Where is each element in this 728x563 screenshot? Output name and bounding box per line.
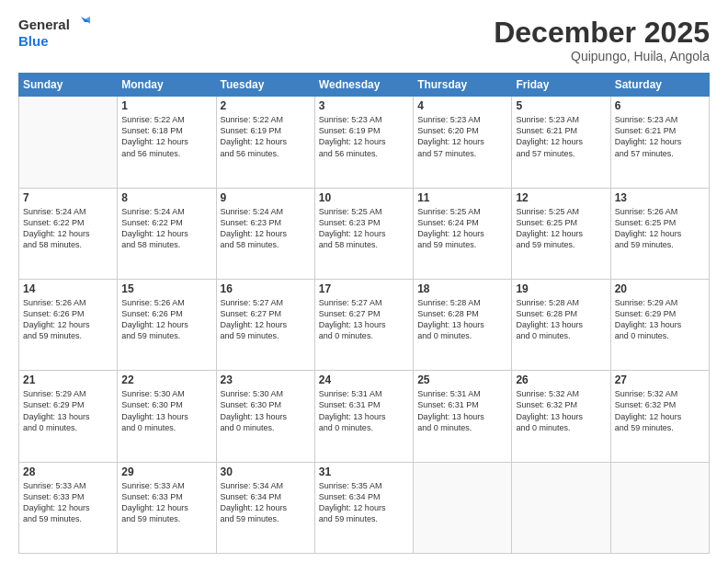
cell-info: Sunrise: 5:30 AMSunset: 6:30 PMDaylight:… — [121, 388, 211, 433]
day-number: 24 — [319, 373, 409, 386]
cell-info: Sunrise: 5:25 AMSunset: 6:23 PMDaylight:… — [319, 206, 409, 251]
cell-info: Sunrise: 5:27 AMSunset: 6:27 PMDaylight:… — [221, 297, 311, 342]
cell-info: Sunrise: 5:31 AMSunset: 6:31 PMDaylight:… — [319, 388, 409, 433]
cell-info: Sunrise: 5:28 AMSunset: 6:28 PMDaylight:… — [417, 297, 507, 342]
calendar-cell: 28 Sunrise: 5:33 AMSunset: 6:33 PMDaylig… — [19, 462, 118, 553]
calendar-cell: 13 Sunrise: 5:26 AMSunset: 6:25 PMDaylig… — [610, 188, 709, 279]
weekday-header-tuesday: Tuesday — [216, 74, 314, 97]
day-number: 4 — [417, 99, 507, 112]
day-number: 1 — [121, 99, 211, 112]
cell-info: Sunrise: 5:30 AMSunset: 6:30 PMDaylight:… — [221, 388, 311, 433]
calendar-cell: 27 Sunrise: 5:32 AMSunset: 6:32 PMDaylig… — [610, 371, 709, 462]
calendar-cell: 22 Sunrise: 5:30 AMSunset: 6:30 PMDaylig… — [118, 371, 216, 462]
day-number: 15 — [121, 282, 211, 295]
calendar-cell — [610, 462, 709, 553]
cell-info: Sunrise: 5:23 AMSunset: 6:19 PMDaylight:… — [319, 114, 409, 159]
cell-info: Sunrise: 5:27 AMSunset: 6:27 PMDaylight:… — [319, 297, 409, 342]
logo-text: General Blue — [18, 17, 90, 49]
cell-info: Sunrise: 5:33 AMSunset: 6:33 PMDaylight:… — [121, 480, 211, 525]
cell-info: Sunrise: 5:31 AMSunset: 6:31 PMDaylight:… — [417, 388, 507, 433]
day-number: 10 — [319, 191, 409, 204]
calendar-cell — [414, 462, 512, 553]
day-number: 11 — [417, 191, 507, 204]
calendar-cell: 6 Sunrise: 5:23 AMSunset: 6:21 PMDayligh… — [610, 97, 709, 188]
calendar-cell — [512, 462, 610, 553]
header: General Blue December 2025 Quipungo, Hui… — [18, 17, 710, 63]
day-number: 13 — [615, 191, 705, 204]
day-number: 6 — [615, 99, 705, 112]
cell-info: Sunrise: 5:28 AMSunset: 6:28 PMDaylight:… — [516, 297, 606, 342]
calendar-cell: 20 Sunrise: 5:29 AMSunset: 6:29 PMDaylig… — [610, 279, 709, 370]
day-number: 16 — [221, 282, 311, 295]
day-number: 26 — [516, 373, 606, 386]
week-row-4: 21 Sunrise: 5:29 AMSunset: 6:29 PMDaylig… — [19, 371, 710, 462]
week-row-2: 7 Sunrise: 5:24 AMSunset: 6:22 PMDayligh… — [19, 188, 710, 279]
day-number: 28 — [23, 465, 113, 478]
weekday-header-row: SundayMondayTuesdayWednesdayThursdayFrid… — [19, 74, 710, 97]
calendar-cell: 5 Sunrise: 5:23 AMSunset: 6:21 PMDayligh… — [512, 97, 610, 188]
day-number: 14 — [23, 282, 113, 295]
day-number: 29 — [121, 465, 211, 478]
calendar-cell — [19, 97, 118, 188]
weekday-header-monday: Monday — [118, 74, 216, 97]
cell-info: Sunrise: 5:24 AMSunset: 6:23 PMDaylight:… — [221, 206, 311, 251]
weekday-header-sunday: Sunday — [19, 74, 118, 97]
cell-info: Sunrise: 5:22 AMSunset: 6:19 PMDaylight:… — [221, 114, 311, 159]
week-row-3: 14 Sunrise: 5:26 AMSunset: 6:26 PMDaylig… — [19, 279, 710, 370]
logo-general: General — [18, 17, 70, 32]
cell-info: Sunrise: 5:24 AMSunset: 6:22 PMDaylight:… — [121, 206, 211, 251]
cell-info: Sunrise: 5:22 AMSunset: 6:18 PMDaylight:… — [121, 114, 211, 159]
cell-info: Sunrise: 5:24 AMSunset: 6:22 PMDaylight:… — [23, 206, 113, 251]
title-block: December 2025 Quipungo, Huila, Angola — [494, 17, 710, 63]
day-number: 25 — [417, 373, 507, 386]
day-number: 22 — [121, 373, 211, 386]
cell-info: Sunrise: 5:23 AMSunset: 6:21 PMDaylight:… — [615, 114, 705, 159]
calendar-cell: 16 Sunrise: 5:27 AMSunset: 6:27 PMDaylig… — [216, 279, 314, 370]
calendar-cell: 19 Sunrise: 5:28 AMSunset: 6:28 PMDaylig… — [512, 279, 610, 370]
calendar-cell: 25 Sunrise: 5:31 AMSunset: 6:31 PMDaylig… — [414, 371, 512, 462]
calendar-cell: 7 Sunrise: 5:24 AMSunset: 6:22 PMDayligh… — [19, 188, 118, 279]
calendar-cell: 12 Sunrise: 5:25 AMSunset: 6:25 PMDaylig… — [512, 188, 610, 279]
month-title: December 2025 — [494, 17, 710, 49]
calendar-cell: 14 Sunrise: 5:26 AMSunset: 6:26 PMDaylig… — [19, 279, 118, 370]
day-number: 31 — [319, 465, 409, 478]
day-number: 17 — [319, 282, 409, 295]
day-number: 7 — [23, 191, 113, 204]
calendar-cell: 23 Sunrise: 5:30 AMSunset: 6:30 PMDaylig… — [216, 371, 314, 462]
day-number: 19 — [516, 282, 606, 295]
calendar-cell: 17 Sunrise: 5:27 AMSunset: 6:27 PMDaylig… — [314, 279, 413, 370]
calendar-cell: 2 Sunrise: 5:22 AMSunset: 6:19 PMDayligh… — [216, 97, 314, 188]
cell-info: Sunrise: 5:26 AMSunset: 6:25 PMDaylight:… — [615, 206, 705, 251]
cell-info: Sunrise: 5:33 AMSunset: 6:33 PMDaylight:… — [23, 480, 113, 525]
day-number: 21 — [23, 373, 113, 386]
weekday-header-wednesday: Wednesday — [314, 74, 413, 97]
calendar-cell: 4 Sunrise: 5:23 AMSunset: 6:20 PMDayligh… — [414, 97, 512, 188]
calendar-cell: 3 Sunrise: 5:23 AMSunset: 6:19 PMDayligh… — [314, 97, 413, 188]
day-number: 9 — [221, 191, 311, 204]
day-number: 2 — [221, 99, 311, 112]
cell-info: Sunrise: 5:32 AMSunset: 6:32 PMDaylight:… — [516, 388, 606, 433]
cell-info: Sunrise: 5:23 AMSunset: 6:21 PMDaylight:… — [516, 114, 606, 159]
cell-info: Sunrise: 5:26 AMSunset: 6:26 PMDaylight:… — [121, 297, 211, 342]
day-number: 18 — [417, 282, 507, 295]
cell-info: Sunrise: 5:26 AMSunset: 6:26 PMDaylight:… — [23, 297, 113, 342]
cell-info: Sunrise: 5:25 AMSunset: 6:24 PMDaylight:… — [417, 206, 507, 251]
calendar-cell: 18 Sunrise: 5:28 AMSunset: 6:28 PMDaylig… — [414, 279, 512, 370]
logo: General Blue — [18, 17, 90, 49]
day-number: 27 — [615, 373, 705, 386]
week-row-5: 28 Sunrise: 5:33 AMSunset: 6:33 PMDaylig… — [19, 462, 710, 553]
day-number: 23 — [221, 373, 311, 386]
calendar-cell: 21 Sunrise: 5:29 AMSunset: 6:29 PMDaylig… — [19, 371, 118, 462]
calendar-cell: 26 Sunrise: 5:32 AMSunset: 6:32 PMDaylig… — [512, 371, 610, 462]
day-number: 8 — [121, 191, 211, 204]
day-number: 5 — [516, 99, 606, 112]
calendar-cell: 8 Sunrise: 5:24 AMSunset: 6:22 PMDayligh… — [118, 188, 216, 279]
calendar-table: SundayMondayTuesdayWednesdayThursdayFrid… — [18, 73, 710, 554]
calendar-cell: 11 Sunrise: 5:25 AMSunset: 6:24 PMDaylig… — [414, 188, 512, 279]
logo-bird-icon — [72, 15, 90, 33]
week-row-1: 1 Sunrise: 5:22 AMSunset: 6:18 PMDayligh… — [19, 97, 710, 188]
calendar-cell: 30 Sunrise: 5:34 AMSunset: 6:34 PMDaylig… — [216, 462, 314, 553]
weekday-header-thursday: Thursday — [414, 74, 512, 97]
day-number: 30 — [221, 465, 311, 478]
calendar-cell: 15 Sunrise: 5:26 AMSunset: 6:26 PMDaylig… — [118, 279, 216, 370]
